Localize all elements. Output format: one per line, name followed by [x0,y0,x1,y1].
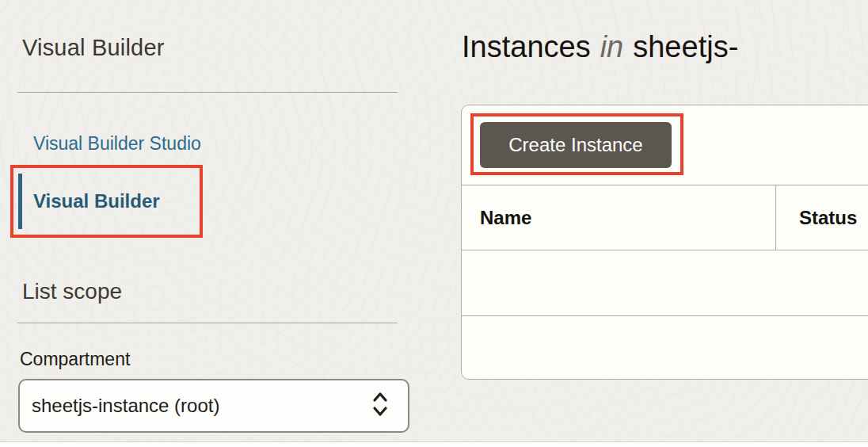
page-title-scope: sheetjs- [633,30,738,64]
compartment-label: Compartment [20,349,130,370]
compartment-select-value: sheetjs-instance (root) [20,395,219,417]
table-header-top-border [462,185,868,185]
sidebar-item-label: Visual Builder [33,190,160,212]
chevron-up-down-icon [371,391,389,421]
column-divider [775,185,776,250]
sidebar-item-visual-builder-studio[interactable]: Visual Builder Studio [33,133,201,155]
instances-card: Create Instance Name Status [461,105,868,380]
selected-indicator-bar [18,174,22,229]
column-header-status: Status [799,207,857,229]
compartment-select[interactable]: sheetjs-instance (root) [18,379,409,433]
page-title: Instances in sheetjs- [462,30,738,64]
table-row [462,316,868,380]
column-header-name: Name [480,207,531,229]
list-scope-title: List scope [22,279,122,304]
sidebar-divider [17,92,398,93]
create-instance-button[interactable]: Create Instance [480,122,672,168]
table-row [462,250,868,315]
sidebar-item-visual-builder[interactable]: Visual Builder [18,174,160,229]
page-title-prefix: Instances [462,30,591,64]
list-scope-divider [17,323,398,323]
bottom-panel-edge [0,441,868,447]
screen: Visual Builder Visual Builder Studio Vis… [0,0,868,447]
page-title-connector: in [600,30,624,64]
sidebar-title: Visual Builder [22,35,165,61]
